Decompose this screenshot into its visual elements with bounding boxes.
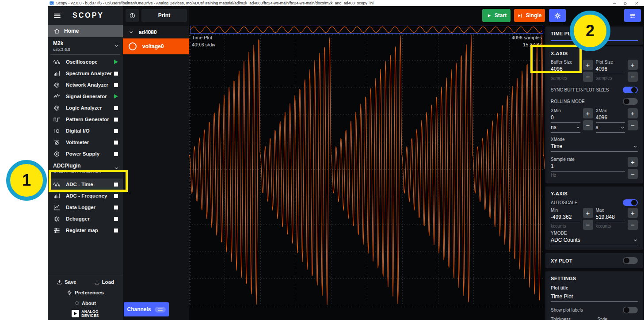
about-button[interactable]: About xyxy=(48,301,123,306)
plot-size-increment-button[interactable]: + xyxy=(628,60,638,70)
minimize-button[interactable] xyxy=(613,1,617,5)
sidebar-item-spectrum-analyzer[interactable]: Spectrum Analyzer xyxy=(48,68,123,79)
ymin-field[interactable]: Min -499.362 kcounts xyxy=(551,208,580,229)
channels-button[interactable]: Channels xyxy=(124,302,169,316)
stop-icon[interactable] xyxy=(114,129,118,133)
sidebar-item-label: Signal Generator xyxy=(66,94,107,99)
ymax-field[interactable]: Max 519.848 kcounts xyxy=(596,208,625,229)
chevron-down-icon[interactable] xyxy=(129,30,134,35)
ymin-value[interactable]: -499.362 xyxy=(551,213,580,222)
stop-icon[interactable] xyxy=(114,118,118,122)
ymin-label: Min xyxy=(551,208,580,213)
waveform-plot[interactable] xyxy=(189,25,545,320)
plot-title-input[interactable]: Time Plot xyxy=(551,292,638,302)
xmin-unit: ns xyxy=(551,124,556,130)
sample-rate-decrement-button[interactable]: − xyxy=(628,169,638,179)
stop-icon[interactable] xyxy=(114,106,118,110)
buffer-size-increment-button[interactable]: + xyxy=(583,60,593,70)
sidebar-item-oscilloscope[interactable]: Oscilloscope xyxy=(48,56,123,68)
ymin-decrement-button[interactable]: − xyxy=(583,220,593,230)
stop-icon[interactable] xyxy=(114,206,118,210)
stop-icon[interactable] xyxy=(114,152,118,156)
sidebar-item-signal-generator[interactable]: Signal Generator xyxy=(48,91,123,102)
sample-rate-field[interactable]: Sample rate 1 Hz xyxy=(551,157,625,178)
xmax-decrement-button[interactable]: − xyxy=(628,120,638,130)
sync-buffer-plot-toggle[interactable] xyxy=(623,87,638,93)
xy-plot-toggle[interactable] xyxy=(623,257,638,264)
sample-rate-value[interactable]: 1 xyxy=(551,162,625,171)
sidebar-item-data-logger[interactable]: Data Logger xyxy=(48,202,123,213)
sidebar-item-label: ADC - Frequency xyxy=(66,193,107,198)
preferences-button[interactable]: Preferences xyxy=(48,290,123,296)
xmin-value[interactable]: 0 xyxy=(551,113,580,123)
spiral-icon xyxy=(53,104,62,112)
xmin-unit-dropdown[interactable]: ns xyxy=(551,123,580,133)
xmax-increment-button[interactable]: + xyxy=(628,108,638,118)
sidebar-item-pattern-generator[interactable]: Pattern Generator xyxy=(48,114,123,125)
general-settings-button[interactable] xyxy=(549,9,566,22)
hamburger-menu-icon[interactable] xyxy=(53,11,61,20)
device-row-ad4080[interactable]: ad4080 xyxy=(123,26,189,38)
digio-icon xyxy=(53,127,62,135)
stop-icon[interactable] xyxy=(114,72,118,76)
y-axis-card: Y-AXIS AUTOSCALE Min -499.362 kcounts xyxy=(545,187,643,250)
xmin-field[interactable]: XMin 0 ns xyxy=(551,108,580,133)
xmax-unit-dropdown[interactable]: s xyxy=(596,123,625,133)
xmin-decrement-button[interactable]: − xyxy=(583,120,593,130)
plot-size-decrement-button[interactable]: − xyxy=(628,72,638,82)
xmode-dropdown[interactable]: Time xyxy=(551,142,638,152)
play-icon[interactable] xyxy=(114,94,118,99)
load-button[interactable]: Load xyxy=(94,279,114,285)
ymax-decrement-button[interactable]: − xyxy=(628,220,638,230)
annotation-step-1: 1 xyxy=(6,160,47,201)
print-button[interactable]: Print xyxy=(141,9,187,22)
ymode-dropdown[interactable]: ADC Counts xyxy=(551,236,638,245)
plot-overview-navigator[interactable] xyxy=(190,26,543,34)
buffer-size-decrement-button[interactable]: − xyxy=(583,72,593,82)
sidebar-footer: Save Load Preferences About xyxy=(48,275,123,320)
stop-icon[interactable] xyxy=(114,141,118,145)
xmin-increment-button[interactable]: + xyxy=(583,108,593,118)
sidebar-item-debugger[interactable]: Debugger xyxy=(48,213,123,225)
panel-menu-button[interactable] xyxy=(624,9,641,22)
single-label: Single xyxy=(526,12,541,19)
sidebar-item-voltmeter[interactable]: Voltmeter xyxy=(48,137,123,148)
device-header-m2k[interactable]: M2kusb:3.6.5 xyxy=(48,37,123,53)
device-name: M2k xyxy=(53,40,118,46)
rolling-mode-toggle[interactable] xyxy=(623,98,638,105)
close-button[interactable] xyxy=(635,1,639,5)
ymax-increment-button[interactable]: + xyxy=(628,208,638,218)
sidebar-item-power-supply[interactable]: Power Supply xyxy=(48,148,123,160)
channel-row-voltage0[interactable]: voltage0 xyxy=(123,38,189,54)
start-button[interactable]: Start xyxy=(482,9,511,22)
stop-icon[interactable] xyxy=(114,194,118,198)
chevron-down-icon[interactable] xyxy=(114,42,119,50)
sidebar-item-logic-analyzer[interactable]: Logic Analyzer xyxy=(48,102,123,114)
plot-size-value[interactable]: 4096 xyxy=(596,65,625,74)
sidebar-item-register-map[interactable]: Register map xyxy=(48,225,123,236)
stop-icon[interactable] xyxy=(114,229,118,232)
sample-rate-increment-button[interactable]: + xyxy=(628,157,638,167)
play-icon[interactable] xyxy=(114,60,118,64)
sidebar-item-home[interactable]: Home xyxy=(48,25,123,37)
sidebar-item-label: Voltmeter xyxy=(66,140,89,145)
plot-scale-label: 409.6 s/div xyxy=(192,42,215,47)
sidebar-item-digital-i-o[interactable]: Digital I/O xyxy=(48,125,123,137)
single-button[interactable]: Single xyxy=(514,9,545,22)
ymin-increment-button[interactable]: + xyxy=(583,208,593,218)
time-plot-canvas[interactable]: Time Plot 409.6 s/div 4096 samples 15:37… xyxy=(189,25,545,320)
stop-icon[interactable] xyxy=(114,217,118,221)
xmax-field[interactable]: XMax 4096 s xyxy=(596,108,625,133)
info-button[interactable] xyxy=(126,9,139,22)
autoscale-toggle[interactable] xyxy=(623,199,638,206)
plot-size-field[interactable]: Plot Size 4096 samples xyxy=(596,60,625,80)
show-plot-labels-toggle[interactable] xyxy=(623,307,638,313)
plot-size-unit: samples xyxy=(596,74,625,80)
maximize-button[interactable] xyxy=(624,1,628,5)
stop-icon[interactable] xyxy=(114,83,118,87)
sidebar-item-label: Pattern Generator xyxy=(66,117,109,122)
ymax-value[interactable]: 519.848 xyxy=(596,213,625,222)
xmax-value[interactable]: 4096 xyxy=(596,113,625,123)
sidebar-item-network-analyzer[interactable]: Network Analyzer xyxy=(48,79,123,91)
save-button[interactable]: Save xyxy=(57,279,76,285)
